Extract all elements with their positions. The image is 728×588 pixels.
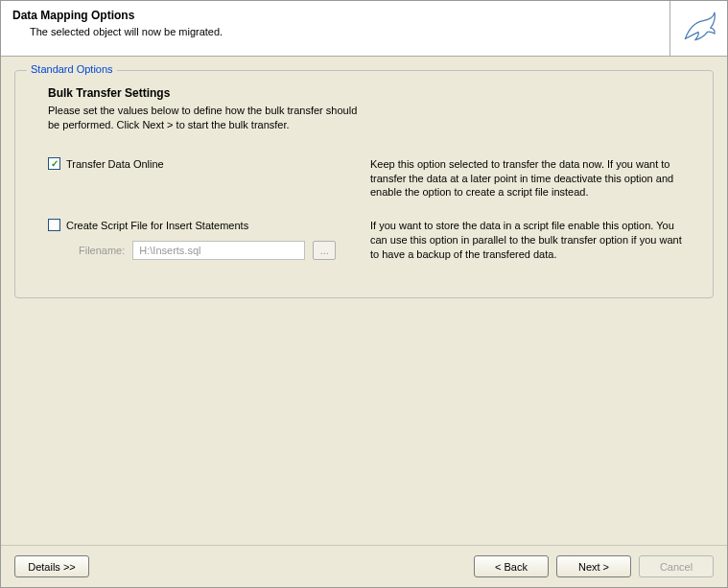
filename-input[interactable] — [132, 241, 305, 260]
browse-button-label: ... — [320, 245, 329, 256]
transfer-online-label: Transfer Data Online — [66, 158, 164, 170]
next-button-label: Next > — [578, 561, 609, 573]
next-button[interactable]: Next > — [556, 555, 631, 577]
header: Data Mapping Options The selected object… — [1, 1, 727, 57]
page-title: Data Mapping Options — [12, 9, 658, 22]
cancel-button-label: Cancel — [660, 561, 693, 573]
footer-nav: < Back Next > Cancel — [474, 555, 714, 577]
group-legend: Standard Options — [27, 63, 117, 75]
checkbox-unchecked-icon — [48, 219, 60, 231]
standard-options-group: Standard Options Bulk Transfer Settings … — [14, 70, 714, 298]
option-create-script-row: Create Script File for Insert Statements… — [35, 219, 693, 262]
details-button[interactable]: Details >> — [14, 555, 89, 577]
browse-button[interactable]: ... — [313, 241, 336, 260]
page-subtitle: The selected object will now be migrated… — [12, 22, 658, 37]
filename-label: Filename: — [79, 245, 125, 256]
cancel-button: Cancel — [639, 555, 714, 577]
section-title: Bulk Transfer Settings — [35, 86, 693, 100]
back-button[interactable]: < Back — [474, 555, 549, 577]
option-transfer-online-row: ✓ Transfer Data Online Keep this option … — [35, 157, 693, 200]
checkbox-checked-icon: ✓ — [48, 157, 60, 170]
header-text: Data Mapping Options The selected object… — [1, 1, 669, 56]
transfer-online-checkbox-wrap[interactable]: ✓ Transfer Data Online — [48, 157, 164, 170]
filename-row: Filename: ... — [48, 241, 370, 260]
back-button-label: < Back — [495, 561, 528, 573]
create-script-label: Create Script File for Insert Statements — [66, 220, 248, 231]
section-description: Please set the values below to define ho… — [35, 104, 361, 132]
footer: Details >> < Back Next > Cancel — [1, 545, 727, 587]
create-script-description: If you want to store the data in a scrip… — [370, 219, 693, 262]
main-area: Standard Options Bulk Transfer Settings … — [1, 57, 727, 545]
dolphin-logo-icon — [669, 1, 727, 56]
transfer-online-description: Keep this option selected to transfer th… — [370, 157, 693, 200]
create-script-checkbox-wrap[interactable]: Create Script File for Insert Statements — [48, 219, 248, 231]
details-button-label: Details >> — [28, 561, 76, 573]
